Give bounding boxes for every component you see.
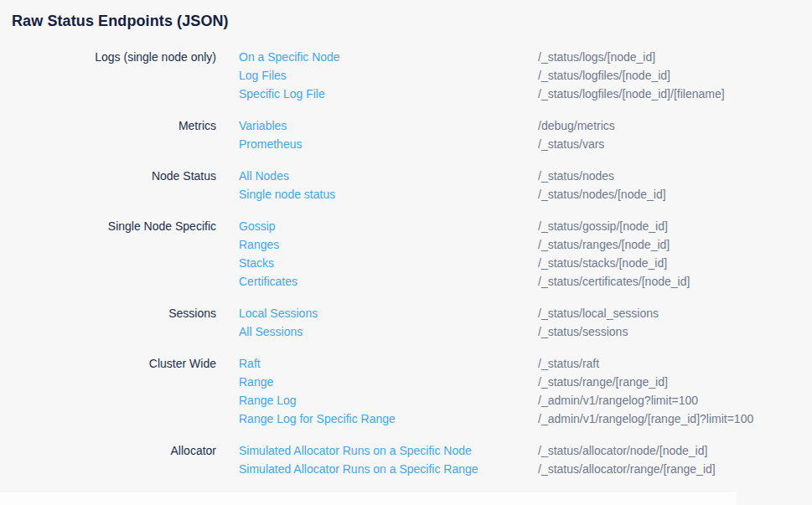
bottom-panel-edge: [0, 491, 737, 505]
endpoint-path: /_status/local_sessions: [538, 304, 812, 322]
category-label: Cluster Wide: [0, 354, 239, 373]
endpoint-link[interactable]: On a Specific Node: [239, 48, 340, 66]
endpoint-path: /_status/stacks/[node_id]: [538, 254, 812, 272]
endpoint-link[interactable]: All Nodes: [239, 167, 289, 185]
category-label: Sessions: [0, 304, 239, 322]
endpoint-link[interactable]: Simulated Allocator Runs on a Specific N…: [239, 441, 472, 460]
endpoint-group: Node StatusAll Nodes/_status/nodesSingle…: [0, 167, 812, 204]
endpoint-link[interactable]: Certificates: [239, 272, 297, 291]
endpoint-path: /_status/raft: [538, 354, 812, 373]
endpoint-path: /_status/vars: [538, 135, 812, 153]
endpoint-group: MetricsVariables/debug/metricsPrometheus…: [0, 116, 812, 153]
endpoint-path: /_status/nodes/[node_id]: [538, 185, 812, 204]
category-label: Metrics: [0, 116, 239, 135]
endpoint-group: AllocatorSimulated Allocator Runs on a S…: [0, 441, 812, 478]
endpoint-path: /_status/nodes: [538, 167, 812, 185]
endpoint-path: /_status/range/[range_id]: [538, 373, 812, 391]
category-label: Single Node Specific: [0, 217, 239, 235]
page-title: Raw Status Endpoints (JSON): [0, 0, 812, 31]
endpoint-path: /_admin/v1/rangelog/[range_id]?limit=100: [538, 410, 812, 428]
endpoint-group: Logs (single node only)On a Specific Nod…: [0, 48, 812, 103]
endpoint-path: /_status/logs/[node_id]: [538, 48, 812, 66]
endpoint-path: /_status/logfiles/[node_id]: [538, 66, 812, 85]
endpoint-link[interactable]: Range: [239, 373, 273, 391]
endpoint-link[interactable]: Log Files: [239, 66, 287, 85]
endpoint-path: /_status/gossip/[node_id]: [538, 217, 812, 235]
category-label: Allocator: [0, 441, 239, 460]
endpoint-link[interactable]: Specific Log File: [239, 85, 325, 103]
endpoint-groups: Logs (single node only)On a Specific Nod…: [0, 48, 812, 478]
endpoint-link[interactable]: Stacks: [239, 254, 274, 272]
endpoint-link[interactable]: Local Sessions: [239, 304, 318, 322]
endpoint-link[interactable]: Raft: [239, 354, 261, 373]
endpoint-link[interactable]: Gossip: [239, 217, 276, 235]
endpoint-link[interactable]: Range Log: [239, 391, 297, 410]
endpoint-path: /_status/allocator/range/[range_id]: [538, 460, 812, 478]
endpoint-link[interactable]: All Sessions: [239, 322, 303, 341]
endpoint-link[interactable]: Range Log for Specific Range: [239, 410, 396, 428]
endpoint-group: Single Node SpecificGossip/_status/gossi…: [0, 217, 812, 291]
endpoint-group: SessionsLocal Sessions/_status/local_ses…: [0, 304, 812, 341]
endpoint-link[interactable]: Ranges: [239, 235, 279, 254]
endpoint-path: /debug/metrics: [538, 116, 812, 135]
category-label: Logs (single node only): [0, 48, 239, 66]
endpoint-path: /_status/ranges/[node_id]: [538, 235, 812, 254]
category-label: Node Status: [0, 167, 239, 185]
endpoint-link[interactable]: Prometheus: [239, 135, 302, 153]
endpoint-path: /_status/logfiles/[node_id]/[filename]: [538, 85, 812, 103]
endpoint-link[interactable]: Simulated Allocator Runs on a Specific R…: [239, 460, 478, 478]
endpoint-path: /_admin/v1/rangelog?limit=100: [538, 391, 812, 410]
endpoint-link[interactable]: Variables: [239, 116, 287, 135]
endpoint-link[interactable]: Single node status: [239, 185, 335, 204]
endpoint-path: /_status/certificates/[node_id]: [538, 272, 812, 291]
endpoint-path: /_status/allocator/node/[node_id]: [538, 441, 812, 460]
endpoint-path: /_status/sessions: [538, 322, 812, 341]
endpoint-group: Cluster WideRaft/_status/raftRange/_stat…: [0, 354, 812, 428]
